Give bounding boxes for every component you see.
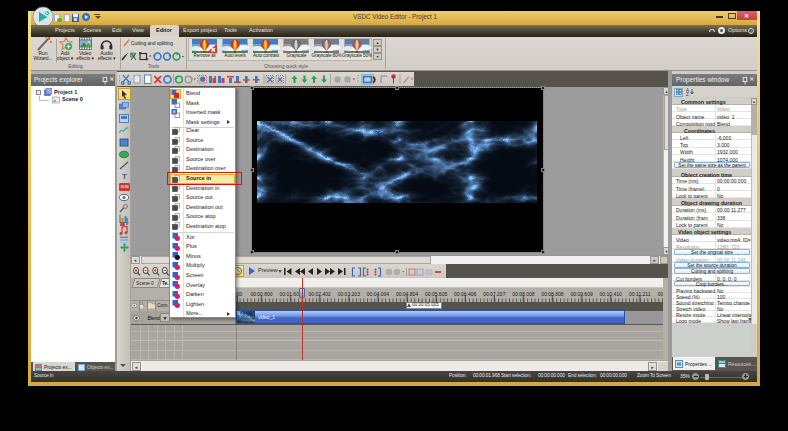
svg-text:Z: Z [686, 92, 689, 96]
